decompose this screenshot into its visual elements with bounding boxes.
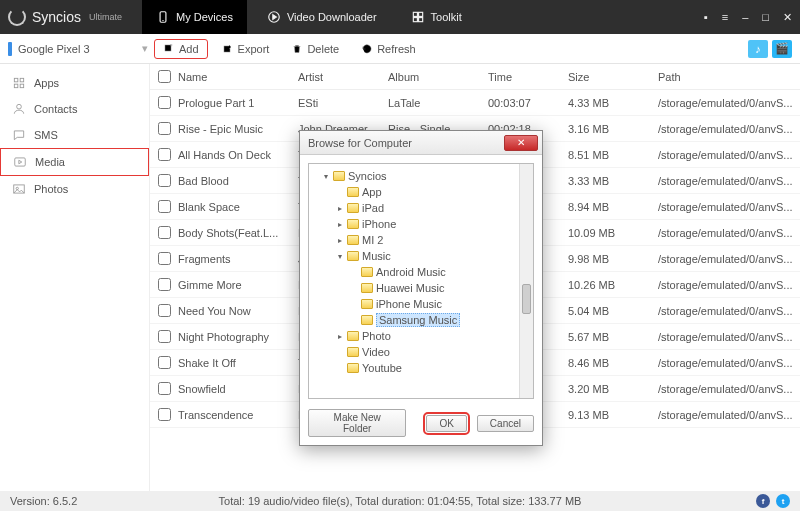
cell-path: /storage/emulated/0/anvS... — [658, 227, 800, 239]
tree-node[interactable]: ▸MI 2 — [311, 232, 531, 248]
row-checkbox[interactable] — [158, 330, 171, 343]
sidebar-item-apps[interactable]: Apps — [0, 70, 149, 96]
music-view-icon[interactable]: ♪ — [748, 40, 768, 58]
col-album[interactable]: Album — [388, 71, 488, 83]
device-name: Google Pixel 3 — [18, 43, 90, 55]
brand-edition: Ultimate — [89, 12, 122, 22]
feedback-icon[interactable]: ▪ — [704, 11, 708, 24]
tree-node[interactable]: Youtube — [311, 360, 531, 376]
row-checkbox[interactable] — [158, 408, 171, 421]
svg-rect-14 — [20, 84, 24, 88]
tree-node[interactable]: App — [311, 184, 531, 200]
col-size[interactable]: Size — [568, 71, 658, 83]
folder-icon — [347, 331, 359, 341]
tree-node[interactable]: iPhone Music — [311, 296, 531, 312]
video-view-icon[interactable]: 🎬 — [772, 40, 792, 58]
tree-scrollbar[interactable] — [519, 164, 533, 398]
sidebar-label: Photos — [34, 183, 68, 195]
brand-icon — [8, 8, 26, 26]
row-checkbox[interactable] — [158, 96, 171, 109]
expand-icon[interactable]: ▾ — [335, 252, 344, 261]
folder-icon — [347, 251, 359, 261]
folder-icon — [347, 187, 359, 197]
tree-node[interactable]: ▾Syncios — [311, 168, 531, 184]
cancel-button[interactable]: Cancel — [477, 415, 534, 432]
expand-icon[interactable]: ▸ — [335, 332, 344, 341]
view-toggles: ♪ 🎬 — [748, 40, 792, 58]
col-path[interactable]: Path — [658, 71, 800, 83]
maximize-icon[interactable]: □ — [762, 11, 769, 24]
tab-toolkit[interactable]: Toolkit — [397, 0, 476, 34]
sidebar-item-contacts[interactable]: Contacts — [0, 96, 149, 122]
sidebar-item-photos[interactable]: Photos — [0, 176, 149, 202]
tab-video-downloader[interactable]: Video Downloader — [253, 0, 391, 34]
expand-icon[interactable]: ▸ — [335, 236, 344, 245]
tree-label: iPhone — [362, 218, 396, 230]
table-row[interactable]: Prologue Part 1 ESti LaTale 00:03:07 4.3… — [150, 90, 800, 116]
delete-button[interactable]: Delete — [283, 40, 347, 58]
close-icon[interactable]: ✕ — [783, 11, 792, 24]
dialog-titlebar[interactable]: Browse for Computer ✕ — [300, 131, 542, 155]
row-checkbox[interactable] — [158, 382, 171, 395]
cell-path: /storage/emulated/0/anvS... — [658, 305, 800, 317]
table-header: Name Artist Album Time Size Path — [150, 64, 800, 90]
sidebar-item-media[interactable]: Media — [0, 148, 149, 176]
row-checkbox[interactable] — [158, 200, 171, 213]
add-button[interactable]: Add — [154, 39, 208, 59]
make-folder-button[interactable]: Make New Folder — [308, 409, 406, 437]
dialog-title: Browse for Computer — [308, 137, 412, 149]
cell-path: /storage/emulated/0/anvS... — [658, 383, 800, 395]
minimize-icon[interactable]: – — [742, 11, 748, 24]
row-checkbox[interactable] — [158, 226, 171, 239]
row-checkbox[interactable] — [158, 122, 171, 135]
col-time[interactable]: Time — [488, 71, 568, 83]
row-checkbox[interactable] — [158, 174, 171, 187]
expand-icon[interactable]: ▸ — [335, 220, 344, 229]
tree-node[interactable]: Video — [311, 344, 531, 360]
cell-name: All Hands On Deck — [178, 149, 298, 161]
sidebar-label: SMS — [34, 129, 58, 141]
btn-label: Export — [238, 43, 270, 55]
expand-icon[interactable]: ▾ — [321, 172, 330, 181]
row-checkbox[interactable] — [158, 278, 171, 291]
menu-icon[interactable]: ≡ — [722, 11, 728, 24]
row-checkbox[interactable] — [158, 356, 171, 369]
folder-icon — [361, 267, 373, 277]
export-icon — [222, 43, 234, 55]
svg-rect-13 — [14, 84, 18, 88]
cell-size: 8.46 MB — [568, 357, 658, 369]
ok-button[interactable]: OK — [426, 415, 466, 432]
tree-node[interactable]: Android Music — [311, 264, 531, 280]
svg-point-15 — [17, 104, 22, 109]
twitter-icon[interactable]: t — [776, 494, 790, 508]
tab-my-devices[interactable]: My Devices — [142, 0, 247, 34]
export-button[interactable]: Export — [214, 40, 278, 58]
facebook-icon[interactable]: f — [756, 494, 770, 508]
cell-size: 10.26 MB — [568, 279, 658, 291]
cell-album: LaTale — [388, 97, 488, 109]
dialog-close-button[interactable]: ✕ — [504, 135, 538, 151]
row-checkbox[interactable] — [158, 304, 171, 317]
col-name[interactable]: Name — [178, 71, 298, 83]
folder-tree[interactable]: ▾SynciosApp▸iPad▸iPhone▸MI 2▾MusicAndroi… — [308, 163, 534, 399]
row-checkbox[interactable] — [158, 148, 171, 161]
scroll-thumb[interactable] — [522, 284, 531, 314]
col-artist[interactable]: Artist — [298, 71, 388, 83]
tree-node[interactable]: Huawei Music — [311, 280, 531, 296]
cell-name: Body Shots(Feat.L... — [178, 227, 298, 239]
refresh-button[interactable]: Refresh — [353, 40, 424, 58]
row-checkbox[interactable] — [158, 252, 171, 265]
expand-icon[interactable]: ▸ — [335, 204, 344, 213]
status-summary: Total: 19 audio/video file(s), Total dur… — [0, 495, 800, 507]
device-selector[interactable]: Google Pixel 3 ▾ — [8, 42, 148, 56]
btn-label: Add — [179, 43, 199, 55]
cell-size: 9.98 MB — [568, 253, 658, 265]
select-all-checkbox[interactable] — [158, 70, 171, 83]
sidebar-item-sms[interactable]: SMS — [0, 122, 149, 148]
tree-node[interactable]: ▾Music — [311, 248, 531, 264]
tree-node[interactable]: ▸iPad — [311, 200, 531, 216]
tree-node[interactable]: ▸iPhone — [311, 216, 531, 232]
cell-size: 3.20 MB — [568, 383, 658, 395]
tree-node[interactable]: ▸Photo — [311, 328, 531, 344]
tree-node[interactable]: Samsung Music — [311, 312, 531, 328]
